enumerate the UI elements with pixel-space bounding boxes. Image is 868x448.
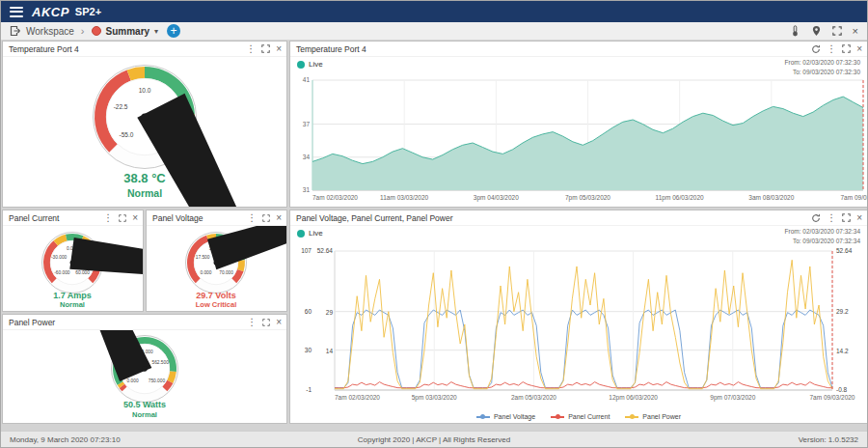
- add-widget-button[interactable]: +: [167, 24, 180, 38]
- legend-item-panel-current[interactable]: Panel Current: [551, 413, 610, 420]
- footer-version: Version: 1.0.5232: [799, 435, 858, 444]
- brand-logo: AKCP: [32, 5, 69, 19]
- voltage-gauge: 0.00017.50035.00052.50070.00029.7 VoltsL…: [147, 226, 286, 311]
- svg-text:0.000: 0.000: [127, 378, 139, 383]
- svg-text:17.500: 17.500: [196, 255, 210, 260]
- time-range-label: From: 02/03/2020 07:32:30 To: 09/03/2020…: [785, 58, 860, 77]
- from-label: From: 02/03/2020 07:32:34: [785, 227, 860, 237]
- breadcrumb-separator-icon: ›: [81, 25, 85, 37]
- panel-header: Panel Power ⋮ ×: [3, 315, 286, 330]
- svg-text:1.7 Amps: 1.7 Amps: [53, 291, 92, 300]
- svg-text:-55.0: -55.0: [119, 131, 133, 138]
- panel-expand-icon[interactable]: [842, 44, 851, 53]
- panel-expand-icon[interactable]: [842, 213, 851, 222]
- panel-current-gauge: Panel Current ⋮ × -60.000-30.0000.00030.…: [2, 210, 144, 312]
- svg-text:29.7 Volts: 29.7 Volts: [196, 291, 235, 300]
- svg-text:7am 02/03/2020: 7am 02/03/2020: [335, 394, 380, 401]
- panel-close-icon[interactable]: ×: [856, 44, 862, 54]
- svg-text:31: 31: [303, 186, 311, 193]
- svg-text:50.5 Watts: 50.5 Watts: [123, 400, 166, 409]
- panel-expand-icon[interactable]: [262, 214, 270, 222]
- svg-text:750.000: 750.000: [149, 378, 166, 383]
- svg-text:-22.5: -22.5: [114, 103, 128, 110]
- map-pin-button[interactable]: [811, 25, 822, 37]
- live-dot-icon: [297, 61, 305, 69]
- map-pin-icon: [811, 25, 822, 37]
- panel-menu-icon[interactable]: ⋮: [827, 44, 836, 54]
- panel-refresh-icon[interactable]: [811, 44, 821, 54]
- svg-text:-60.000: -60.000: [54, 270, 70, 275]
- panel-title: Panel Power: [9, 318, 55, 327]
- summary-menu[interactable]: Summary ▾: [92, 26, 159, 37]
- legend-item-panel-power[interactable]: Panel Power: [625, 413, 681, 420]
- panel-menu-icon[interactable]: ⋮: [246, 44, 256, 54]
- panel-title: Temperature Port 4: [9, 44, 79, 54]
- sensor-thermometer-button[interactable]: [790, 25, 800, 37]
- svg-text:9pm 07/03/2020: 9pm 07/03/2020: [710, 394, 755, 402]
- panel-expand-icon[interactable]: [262, 319, 270, 326]
- chart-legend: Panel VoltagePanel CurrentPanel Power: [290, 413, 867, 420]
- time-range-label: From: 02/03/2020 07:32:34 To: 09/03/2020…: [785, 227, 860, 246]
- svg-text:10.0: 10.0: [139, 87, 151, 94]
- svg-text:-30.000: -30.000: [51, 255, 68, 260]
- svg-text:7pm 05/03/2020: 7pm 05/03/2020: [565, 194, 610, 202]
- panel-power-gauge: Panel Power ⋮ × 0.000187.500375.000562.5…: [2, 314, 287, 424]
- panel-close-icon[interactable]: ×: [276, 318, 282, 327]
- panel-combined-chart: Panel Voltage, Panel Current, Panel Powe…: [289, 210, 868, 424]
- panel-expand-icon[interactable]: [119, 214, 126, 222]
- svg-text:12pm 06/03/2020: 12pm 06/03/2020: [609, 394, 658, 402]
- panel-title: Temperature Port 4: [296, 44, 366, 54]
- svg-text:38.8 °C: 38.8 °C: [123, 171, 166, 185]
- panel-menu-icon[interactable]: ⋮: [827, 213, 836, 223]
- caret-down-icon: ▾: [154, 27, 158, 36]
- temperature-area-chart[interactable]: 413734317am 02/03/202011am 03/03/20203pm…: [290, 57, 867, 207]
- svg-text:107: 107: [301, 247, 312, 254]
- panel-title: Panel Voltage, Panel Current, Panel Powe…: [296, 213, 453, 223]
- panel-close-icon[interactable]: ×: [276, 44, 282, 54]
- panel-temperature-gauge: Temperature Port 4 ⋮ × -55.0-22.510.042.…: [2, 41, 287, 208]
- svg-text:14.2: 14.2: [836, 348, 849, 354]
- svg-text:Normal: Normal: [60, 300, 85, 309]
- panel-menu-icon[interactable]: ⋮: [103, 213, 113, 223]
- panel-close-icon[interactable]: ×: [856, 213, 862, 223]
- to-label: To: 09/03/2020 07:32:34: [785, 237, 860, 246]
- panel-close-icon[interactable]: ×: [132, 213, 138, 223]
- menu-icon[interactable]: [10, 7, 23, 17]
- svg-text:29.2: 29.2: [836, 308, 849, 315]
- combined-line-chart[interactable]: 1076030-152.64291452.6429.214.2-0.87am 0…: [290, 226, 867, 423]
- footer-copyright: Copyright 2020 | AKCP | All Rights Reser…: [1, 435, 867, 444]
- svg-text:70.000: 70.000: [219, 270, 233, 275]
- svg-text:2am 05/03/2020: 2am 05/03/2020: [511, 394, 556, 401]
- live-dot-icon: [297, 230, 305, 238]
- footer-datetime: Monday, 9 March 2020 07:23:10: [10, 435, 121, 444]
- panel-menu-icon[interactable]: ⋮: [247, 318, 257, 327]
- fullscreen-icon: [832, 26, 842, 36]
- live-badge: Live: [297, 60, 323, 69]
- close-workspace-button[interactable]: ×: [853, 26, 858, 37]
- breadcrumb: Workspace › Summary ▾ +: [1, 22, 867, 41]
- panel-title: Panel Voltage: [152, 213, 203, 223]
- svg-text:11am 03/03/2020: 11am 03/03/2020: [380, 194, 428, 201]
- svg-text:Normal: Normal: [132, 410, 157, 419]
- live-label: Live: [309, 229, 323, 238]
- svg-text:52.64: 52.64: [317, 247, 334, 254]
- panel-refresh-icon[interactable]: [811, 213, 821, 223]
- panel-close-icon[interactable]: ×: [276, 213, 282, 223]
- svg-text:34: 34: [303, 154, 311, 160]
- fullscreen-button[interactable]: [832, 26, 842, 36]
- panel-header: Panel Voltage ⋮ ×: [147, 210, 286, 226]
- panel-menu-icon[interactable]: ⋮: [247, 213, 257, 223]
- svg-text:11pm 06/03/2020: 11pm 06/03/2020: [656, 194, 704, 202]
- svg-text:562.500: 562.500: [152, 360, 170, 365]
- status-bar: Monday, 9 March 2020 07:23:10 Copyright …: [1, 431, 867, 447]
- panel-temperature-chart: Temperature Port 4 ⋮ × Live From: 02/03/…: [289, 41, 868, 208]
- workspace-exit-icon: [10, 25, 21, 37]
- svg-text:52.64: 52.64: [836, 247, 853, 254]
- workspace-link[interactable]: Workspace: [10, 25, 74, 37]
- panel-expand-icon[interactable]: [261, 44, 270, 53]
- to-label: To: 09/03/2020 07:32:30: [785, 68, 860, 77]
- live-label: Live: [309, 60, 323, 69]
- model-label: SP2+: [75, 6, 101, 17]
- legend-item-panel-voltage[interactable]: Panel Voltage: [476, 413, 535, 420]
- panel-header: Temperature Port 4 ⋮ ×: [3, 42, 286, 57]
